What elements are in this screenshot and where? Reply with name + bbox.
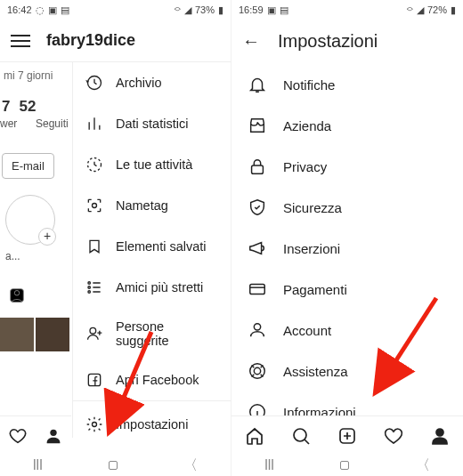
lock-icon [248, 157, 267, 176]
email-button[interactable]: E-mail [2, 153, 54, 179]
menu-nametag[interactable]: Nametag [73, 185, 231, 226]
status-time: 16:42 [7, 4, 32, 15]
gear-icon [85, 415, 103, 433]
megaphone-icon [248, 238, 267, 258]
settings-label: Account [283, 323, 331, 338]
settings-label: Notifiche [283, 77, 335, 93]
archive-icon [85, 74, 103, 92]
status-battery: 72% [427, 4, 447, 15]
profile-header: fabry19dice [0, 20, 231, 62]
phone-right: 16:59 ▣ ▤ ⌔ ◢ 72% ▮ ← Impostazioni Notif… [232, 0, 463, 476]
settings-business[interactable]: Azienda [232, 105, 463, 146]
side-drawer: Archivio Dati statistici Le tue attività… [72, 62, 231, 438]
bottom-bar-left [0, 415, 71, 455]
settings-label: Sicurezza [283, 200, 342, 215]
grid-tab-icon[interactable] [0, 278, 34, 312]
profile-icon[interactable] [44, 426, 63, 446]
post-thumbnail[interactable] [36, 318, 69, 351]
svg-point-14 [254, 324, 260, 330]
settings-header: ← Impostazioni [232, 20, 463, 62]
story-label: a... [5, 250, 71, 262]
settings-help[interactable]: Assistenza [232, 351, 463, 391]
settings-privacy[interactable]: Privacy [232, 146, 463, 187]
heart-icon[interactable] [8, 426, 28, 446]
recent-apps[interactable]: lll [264, 457, 274, 473]
recent-apps[interactable]: lll [33, 457, 43, 473]
svg-point-6 [88, 286, 91, 289]
bottom-bar-right [232, 415, 463, 455]
menu-stats[interactable]: Dati statistici [73, 103, 231, 144]
status-time: 16:59 [239, 4, 264, 15]
status-battery: 73% [195, 4, 215, 15]
menu-label: Apri Facebook [116, 373, 199, 387]
settings-label: Inserzioni [283, 241, 340, 256]
settings-label: Azienda [283, 118, 331, 133]
whatsapp-icon: ◌ [36, 4, 45, 16]
menu-closefriends[interactable]: Amici più stretti [73, 267, 231, 308]
list-icon [85, 278, 103, 296]
svg-point-1 [14, 291, 20, 296]
post-thumbnail[interactable] [0, 318, 34, 351]
menu-discover[interactable]: Persone suggerite [73, 308, 231, 359]
settings-account[interactable]: Account [232, 310, 463, 351]
wifi-icon: ⌔ [175, 4, 181, 15]
bell-icon [248, 75, 267, 94]
svg-point-18 [294, 429, 306, 441]
menu-label: Nametag [116, 198, 168, 213]
activity-icon [85, 156, 103, 173]
home-button[interactable] [109, 461, 118, 470]
search-icon[interactable] [290, 425, 312, 447]
menu-label: Dati statistici [116, 117, 188, 131]
menu-label: Amici più stretti [116, 280, 203, 294]
svg-point-8 [90, 327, 96, 334]
menu-label: Elementi salvati [116, 239, 207, 254]
username-label[interactable]: fabry19dice [46, 31, 135, 50]
svg-point-20 [436, 429, 443, 436]
home-button[interactable] [340, 461, 349, 470]
menu-facebook[interactable]: Apri Facebook [73, 359, 231, 400]
add-post-icon[interactable] [337, 425, 358, 447]
back-button[interactable]: 〈 [183, 456, 198, 475]
android-navbar: lll 〈 [232, 455, 463, 476]
stat-following[interactable]: 52 [19, 98, 36, 116]
settings-notifications[interactable]: Notifiche [232, 64, 463, 105]
image-icon: ▤ [280, 4, 288, 16]
svg-point-4 [93, 204, 97, 208]
battery-icon: ▮ [218, 4, 223, 16]
profile-icon[interactable] [429, 425, 451, 447]
menu-archive[interactable]: Archivio [73, 62, 231, 103]
stats-icon [85, 115, 103, 133]
menu-label: Impostazioni [116, 417, 188, 432]
svg-point-7 [88, 291, 91, 294]
settings-list: Notifiche Azienda Privacy Sicurezza Inse… [232, 62, 463, 476]
menu-activity[interactable]: Le tue attività [73, 144, 231, 185]
battery-icon: ▮ [451, 4, 456, 16]
back-button[interactable]: 〈 [416, 456, 430, 475]
settings-label: Pagamenti [283, 282, 347, 297]
heart-icon[interactable] [383, 425, 404, 447]
status-bar: 16:42 ◌ ▣ ▤ ⌔ ◢ 73% ▮ [0, 0, 231, 20]
bookmark-icon [85, 238, 103, 255]
menu-icon[interactable] [11, 31, 30, 51]
back-icon[interactable]: ← [242, 31, 260, 52]
home-icon[interactable] [244, 425, 265, 447]
story-highlight-add[interactable] [5, 195, 55, 245]
storefront-icon [248, 116, 267, 135]
settings-label: Privacy [283, 159, 327, 174]
card-icon [248, 279, 267, 299]
camera-icon: ▣ [267, 4, 276, 16]
menu-settings[interactable]: Impostazioni [73, 401, 231, 448]
wifi-icon: ⌔ [407, 4, 413, 15]
settings-ads[interactable]: Inserzioni [232, 228, 463, 269]
status-bar: 16:59 ▣ ▤ ⌔ ◢ 72% ▮ [232, 0, 463, 20]
menu-label: Persone suggerite [116, 319, 218, 348]
settings-security[interactable]: Sicurezza [232, 187, 463, 228]
facebook-icon [85, 371, 103, 389]
settings-payments[interactable]: Pagamenti [232, 269, 463, 310]
menu-saved[interactable]: Elementi salvati [73, 226, 231, 267]
user-icon [248, 320, 267, 340]
stat-followers[interactable]: 7 [2, 98, 10, 116]
insights-tab[interactable]: mi 7 giorni [0, 62, 71, 82]
camera-icon: ▣ [48, 4, 57, 16]
svg-point-5 [88, 282, 91, 285]
